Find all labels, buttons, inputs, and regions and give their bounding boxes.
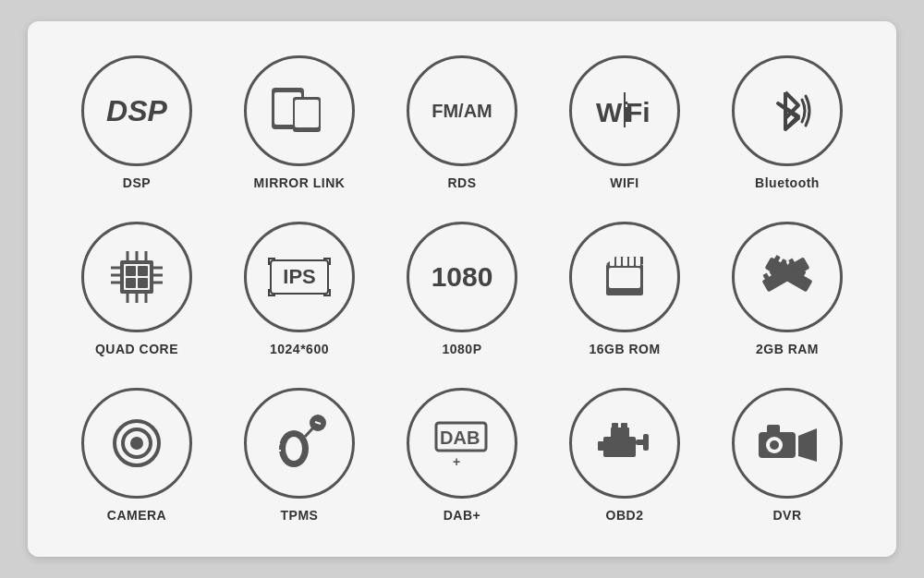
- 2gb-ram-icon: [750, 240, 824, 314]
- dsp-label: DSP: [123, 175, 151, 190]
- 2gb-ram-label: 2GB RAM: [756, 342, 819, 356]
- tpms-icon: [262, 406, 336, 480]
- quad-core-circle: [81, 222, 192, 332]
- svg-point-68: [770, 440, 779, 450]
- feature-ips: IPS 1024*600: [225, 222, 373, 356]
- svg-rect-32: [609, 268, 640, 288]
- row-1: dsp DSP MIRROR LINK: [55, 55, 869, 190]
- rds-label: RDS: [447, 175, 476, 190]
- ips-text: IPS: [283, 265, 315, 288]
- obd2-icon: [588, 406, 662, 480]
- feature-dab: DAB + DAB+: [388, 388, 536, 523]
- 1080p-label: 1080P: [443, 342, 482, 356]
- row-3: CAMERA: [55, 388, 869, 523]
- svg-point-47: [130, 437, 143, 450]
- camera-label: CAMERA: [107, 508, 166, 523]
- 1080p-text: 1080: [432, 261, 493, 293]
- ips-circle: IPS: [244, 222, 355, 332]
- svg-rect-12: [138, 278, 148, 288]
- mirror-link-circle: [244, 55, 355, 166]
- obd2-label: OBD2: [606, 508, 644, 523]
- quad-core-label: QUAD CORE: [95, 342, 178, 356]
- svg-marker-70: [798, 428, 817, 462]
- 2gb-ram-circle: [732, 222, 843, 332]
- svg-rect-29: [623, 257, 627, 266]
- mirror-link-label: MIRROR LINK: [254, 175, 346, 190]
- wifi-icon: Wi Fi: [588, 74, 662, 148]
- svg-rect-3: [295, 100, 319, 127]
- feature-bluetooth: Bluetooth: [713, 55, 861, 190]
- svg-rect-11: [126, 278, 136, 288]
- svg-rect-64: [643, 434, 649, 451]
- obd2-circle: [569, 388, 680, 499]
- quad-core-icon: [100, 240, 174, 314]
- svg-text:+: +: [453, 454, 460, 469]
- rds-circle: FM/AM: [407, 55, 517, 166]
- camera-circle: [81, 388, 192, 499]
- rds-icon-text: FM/AM: [432, 101, 492, 122]
- svg-text:Fi: Fi: [626, 97, 650, 127]
- 1080p-icon: 1080: [425, 240, 499, 314]
- svg-rect-28: [616, 257, 621, 266]
- 16gb-rom-icon: [588, 240, 662, 314]
- features-card: dsp DSP MIRROR LINK: [28, 21, 896, 557]
- svg-rect-61: [612, 423, 618, 430]
- 1080p-circle: 1080: [407, 222, 517, 332]
- feature-rds: FM/AM RDS: [388, 55, 536, 190]
- dsp-icon-text: dsp: [106, 94, 167, 128]
- svg-rect-9: [126, 266, 136, 276]
- svg-rect-10: [138, 266, 148, 276]
- tpms-circle: [244, 388, 355, 499]
- feature-tpms: TPMS: [225, 388, 373, 523]
- feature-16gb-rom: 16GB ROM: [551, 222, 699, 356]
- bluetooth-circle: [732, 55, 843, 166]
- camera-icon: [100, 406, 174, 480]
- row-2: QUAD CORE IPS 1024*600: [55, 222, 869, 356]
- svg-line-54: [277, 442, 280, 444]
- feature-dvr: DVR: [713, 388, 861, 523]
- mirror-link-icon: [262, 74, 336, 148]
- svg-point-49: [286, 437, 302, 461]
- svg-rect-30: [629, 257, 634, 266]
- wifi-label: WIFI: [610, 175, 639, 190]
- dvr-label: DVR: [772, 508, 801, 523]
- 16gb-rom-circle: [569, 222, 680, 332]
- svg-rect-65: [598, 441, 605, 451]
- svg-rect-31: [636, 257, 640, 266]
- dvr-circle: [732, 388, 843, 499]
- tpms-label: TPMS: [281, 508, 319, 523]
- ips-container: IPS: [270, 259, 328, 295]
- rds-icon: FM/AM: [425, 74, 499, 148]
- dsp-icon: dsp: [100, 74, 174, 148]
- feature-quad-core: QUAD CORE: [63, 222, 211, 356]
- feature-wifi: Wi Fi WIFI: [551, 55, 699, 190]
- svg-rect-69: [767, 425, 780, 434]
- svg-rect-62: [621, 423, 627, 430]
- feature-2gb-ram: 2GB RAM: [713, 222, 861, 356]
- svg-rect-27: [610, 257, 614, 266]
- dab-circle: DAB +: [407, 388, 517, 499]
- wifi-circle: Wi Fi: [569, 55, 680, 166]
- svg-rect-59: [603, 437, 636, 457]
- feature-mirror-link: MIRROR LINK: [225, 55, 373, 190]
- 16gb-rom-label: 16GB ROM: [589, 342, 660, 356]
- feature-obd2: OBD2: [551, 388, 699, 523]
- dsp-circle: dsp: [81, 55, 192, 166]
- svg-text:DAB: DAB: [440, 427, 480, 448]
- dab-icon: DAB +: [425, 406, 499, 480]
- feature-1080p: 1080 1080P: [388, 222, 536, 356]
- ips-label: 1024*600: [270, 342, 329, 356]
- feature-camera: CAMERA: [63, 388, 211, 523]
- ips-icon: IPS: [262, 240, 336, 314]
- svg-line-53: [279, 434, 281, 438]
- dvr-icon: [750, 406, 824, 480]
- dab-label: DAB+: [444, 508, 481, 523]
- bluetooth-icon: [750, 74, 824, 148]
- bluetooth-label: Bluetooth: [755, 175, 820, 190]
- feature-dsp: dsp DSP: [63, 55, 211, 190]
